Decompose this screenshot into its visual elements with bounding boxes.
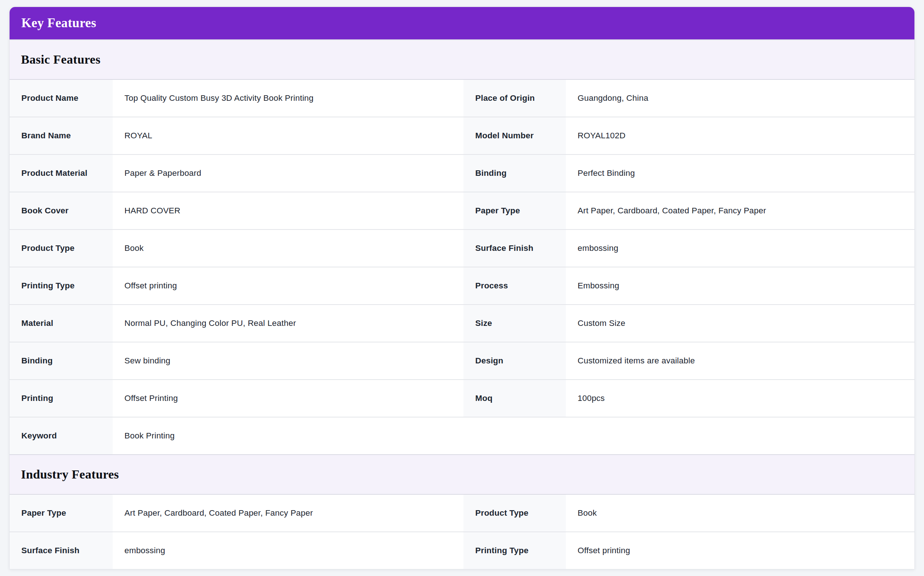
- field-label: Paper Type: [10, 495, 113, 531]
- field-value: Customized items are available: [566, 342, 914, 379]
- field-label: Process: [464, 267, 566, 304]
- field-value: Art Paper, Cardboard, Coated Paper, Fanc…: [566, 192, 914, 229]
- field-label: Moq: [464, 380, 566, 417]
- field-label: Printing Type: [10, 267, 113, 304]
- field-label: Place of Origin: [464, 80, 566, 117]
- field-value: embossing: [566, 230, 914, 267]
- field-label: Printing: [10, 380, 113, 417]
- field-label: Product Name: [10, 80, 113, 117]
- field-value: embossing: [113, 532, 464, 569]
- field-label: Printing Type: [464, 532, 566, 569]
- field-value: HARD COVER: [113, 192, 464, 229]
- field-label: Product Type: [464, 495, 566, 531]
- field-value: Offset printing: [566, 532, 914, 569]
- field-value: Book: [113, 230, 464, 267]
- field-value: Custom Size: [566, 305, 914, 342]
- field-label: Brand Name: [10, 117, 113, 154]
- field-label: Surface Finish: [10, 532, 113, 569]
- table-row: Product TypeBookSurface Finishembossing: [10, 230, 914, 267]
- table-row: Product NameTop Quality Custom Busy 3D A…: [10, 80, 914, 117]
- field-label: Product Material: [10, 155, 113, 192]
- field-value: Sew binding: [113, 342, 464, 379]
- section-title: Industry Features: [10, 454, 914, 495]
- field-value: ROYAL: [113, 117, 464, 154]
- field-value: Embossing: [566, 267, 914, 304]
- field-label: Keyword: [10, 418, 113, 454]
- field-value: Normal PU, Changing Color PU, Real Leath…: [113, 305, 464, 342]
- field-label: Binding: [464, 155, 566, 192]
- field-value: ROYAL102D: [566, 117, 914, 154]
- card-title: Key Features: [21, 16, 96, 30]
- key-features-card: Key Features Basic FeaturesProduct NameT…: [9, 6, 915, 570]
- field-label: Size: [464, 305, 566, 342]
- table-row: Brand NameROYALModel NumberROYAL102D: [10, 117, 914, 155]
- section-rows: Product NameTop Quality Custom Busy 3D A…: [10, 80, 914, 454]
- field-value: Paper & Paperboard: [113, 155, 464, 192]
- table-row: Book CoverHARD COVERPaper TypeArt Paper,…: [10, 192, 914, 230]
- sections-root: Basic FeaturesProduct NameTop Quality Cu…: [10, 39, 914, 569]
- field-value: 100pcs: [566, 380, 914, 417]
- field-label: Surface Finish: [464, 230, 566, 267]
- table-row: Paper TypeArt Paper, Cardboard, Coated P…: [10, 495, 914, 532]
- field-value: Guangdong, China: [566, 80, 914, 117]
- field-value: Book Printing: [113, 418, 914, 454]
- field-label: Design: [464, 342, 566, 379]
- table-row: Surface FinishembossingPrinting TypeOffs…: [10, 532, 914, 569]
- field-label: Book Cover: [10, 192, 113, 229]
- table-row: Printing TypeOffset printingProcessEmbos…: [10, 267, 914, 305]
- field-value: Offset printing: [113, 267, 464, 304]
- table-row: MaterialNormal PU, Changing Color PU, Re…: [10, 305, 914, 342]
- table-row: KeywordBook Printing: [10, 418, 914, 454]
- table-row: Product MaterialPaper & PaperboardBindin…: [10, 155, 914, 192]
- field-label: Binding: [10, 342, 113, 379]
- field-label: Model Number: [464, 117, 566, 154]
- field-value: Top Quality Custom Busy 3D Activity Book…: [113, 80, 464, 117]
- field-value: Perfect Binding: [566, 155, 914, 192]
- field-value: Book: [566, 495, 914, 531]
- field-label: Paper Type: [464, 192, 566, 229]
- section-rows: Paper TypeArt Paper, Cardboard, Coated P…: [10, 495, 914, 569]
- field-label: Product Type: [10, 230, 113, 267]
- table-row: BindingSew bindingDesignCustomized items…: [10, 342, 914, 380]
- field-value: Art Paper, Cardboard, Coated Paper, Fanc…: [113, 495, 464, 531]
- field-value: Offset Printing: [113, 380, 464, 417]
- table-row: PrintingOffset PrintingMoq100pcs: [10, 380, 914, 418]
- section-title: Basic Features: [10, 39, 914, 80]
- field-label: Material: [10, 305, 113, 342]
- card-header: Key Features: [10, 7, 914, 39]
